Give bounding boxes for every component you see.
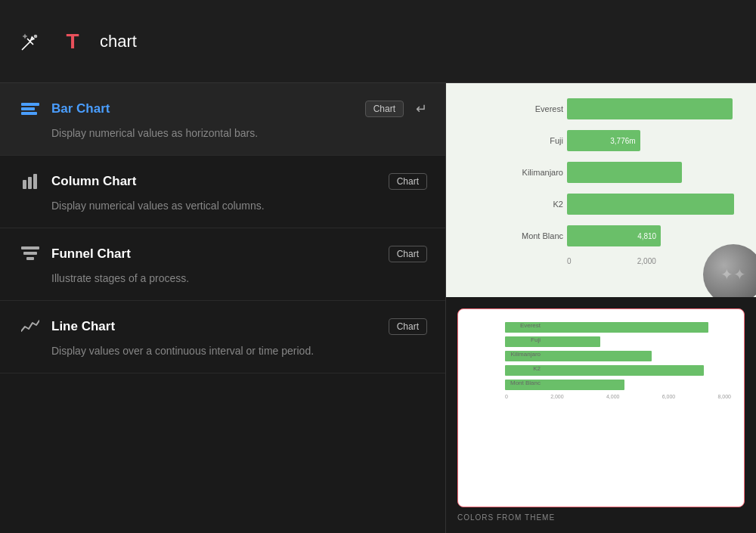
x-axis-2000: 2,000 — [637, 257, 656, 265]
column-chart-icon — [18, 169, 42, 194]
line-chart-item[interactable]: Line Chart Chart Display values over a c… — [0, 301, 445, 373]
bar-row-everest: Everest — [567, 98, 741, 119]
svg-rect-9 — [26, 257, 34, 260]
search-results-panel: Bar Chart Chart ↵ Display numerical valu… — [0, 83, 446, 533]
mini-x-axis: 0 2,000 4,000 6,000 8,000 — [505, 394, 731, 399]
preview-top: Everest Fuji 3,776m Kilimanjaro K2 — [446, 83, 756, 297]
column-chart-desc: Display numerical values as vertical col… — [51, 198, 427, 214]
colors-from-theme-label: COLORS FROM THEME — [457, 513, 745, 522]
funnel-chart-title: Funnel Chart — [51, 246, 380, 262]
bar-chart-title: Bar Chart — [51, 101, 356, 116]
bar-k2 — [567, 194, 734, 215]
svg-rect-4 — [23, 180, 26, 189]
svg-rect-8 — [23, 252, 37, 255]
bar-chart-badge: Chart — [365, 101, 404, 117]
mini-row-everest: Everest — [505, 322, 731, 333]
mini-x-0: 0 — [505, 394, 508, 399]
x-axis-0: 0 — [567, 257, 572, 265]
funnel-chart-icon — [18, 242, 42, 266]
mini-bar-chart: Everest Fuji Kilimanjaro K2 — [467, 318, 735, 498]
bar-label-fuji: Fuji — [510, 136, 563, 145]
top-bar: T — [0, 0, 756, 83]
line-chart-desc: Display values over a continuous interva… — [51, 343, 427, 359]
bar-kilimanjaro — [567, 162, 682, 183]
mini-row-fuji: Fuji — [505, 336, 731, 347]
bar-chart-item[interactable]: Bar Chart Chart ↵ Display numerical valu… — [0, 83, 445, 156]
bar-label-everest: Everest — [510, 104, 563, 113]
bar-row-k2: K2 — [567, 194, 741, 215]
mini-x-6000: 6,000 — [662, 394, 676, 399]
bar-value-montblanc: 4,810 — [637, 232, 656, 240]
mini-x-8000: 8,000 — [717, 394, 731, 399]
search-wrapper — [100, 32, 327, 51]
bar-label-kilimanjaro: Kilimanjaro — [510, 168, 563, 177]
bar-chart-preview: Everest Fuji 3,776m Kilimanjaro K2 — [446, 83, 756, 297]
bar-row-montblanc: Mont Blanc 4,810 — [567, 225, 741, 246]
bar-row-fuji: Fuji 3,776m — [567, 130, 741, 151]
svg-rect-1 — [21, 103, 39, 106]
line-chart-icon — [18, 315, 42, 339]
globe-decoration — [703, 244, 756, 297]
bar-everest — [567, 98, 733, 119]
preview-panel: Everest Fuji 3,776m Kilimanjaro K2 — [446, 83, 756, 533]
bar-label-k2: K2 — [510, 200, 563, 209]
mini-label-k2: K2 — [507, 365, 541, 372]
line-chart-badge: Chart — [389, 318, 427, 335]
mini-x-4000: 4,000 — [606, 394, 620, 399]
mini-row-k2: K2 — [505, 365, 731, 376]
funnel-chart-badge: Chart — [389, 246, 427, 262]
bar-row-kilimanjaro: Kilimanjaro — [567, 162, 741, 183]
svg-rect-6 — [33, 174, 37, 189]
svg-rect-7 — [21, 246, 39, 249]
enter-icon: ↵ — [416, 101, 427, 117]
column-chart-item[interactable]: Column Chart Chart Display numerical val… — [0, 156, 445, 228]
main-layout: Bar Chart Chart ↵ Display numerical valu… — [0, 83, 756, 533]
bar-chart-icon — [18, 97, 42, 121]
bar-value-fuji: 3,776m — [610, 137, 635, 145]
bar-montblanc: 4,810 — [567, 225, 661, 246]
bar-label-montblanc: Mont Blanc — [510, 231, 563, 240]
svg-rect-2 — [21, 107, 35, 110]
funnel-chart-desc: Illustrate stages of a process. — [51, 271, 427, 287]
mini-x-2000: 2,000 — [550, 394, 564, 399]
line-chart-title: Line Chart — [51, 319, 380, 334]
mini-row-kilimanjaro: Kilimanjaro — [505, 351, 731, 361]
mini-label-fuji: Fuji — [507, 336, 541, 343]
funnel-chart-item[interactable]: Funnel Chart Chart Illustrate stages of … — [0, 228, 445, 301]
mini-label-montblanc: Mont Blanc — [507, 380, 541, 386]
svg-rect-3 — [21, 112, 37, 115]
bar-chart-desc: Display numerical values as horizontal b… — [51, 126, 427, 141]
mini-label-kilimanjaro: Kilimanjaro — [507, 351, 541, 358]
column-chart-badge: Chart — [389, 173, 427, 190]
bar-fuji: 3,776m — [567, 130, 640, 151]
svg-rect-5 — [28, 177, 32, 189]
preview-card: Everest Fuji Kilimanjaro K2 — [457, 308, 745, 508]
mini-row-montblanc: Mont Blanc — [505, 380, 731, 390]
preview-bottom: Everest Fuji Kilimanjaro K2 — [446, 297, 756, 534]
search-input[interactable] — [100, 32, 327, 51]
svg-point-0 — [34, 34, 38, 38]
mini-label-everest: Everest — [507, 322, 541, 329]
text-type-icon: T — [57, 26, 88, 57]
column-chart-title: Column Chart — [51, 174, 380, 189]
magic-icon — [15, 26, 45, 57]
